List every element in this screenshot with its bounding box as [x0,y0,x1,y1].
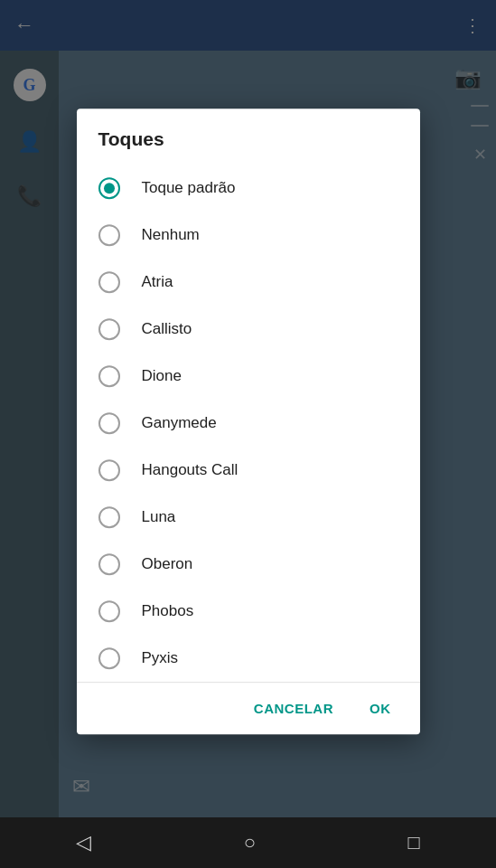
radio-item-ganymede[interactable]: Ganymede [77,400,420,447]
recent-nav-icon[interactable]: □ [407,831,419,854]
home-nav-icon[interactable]: ○ [244,831,256,854]
radio-item-nenhum[interactable]: Nenhum [77,212,420,259]
radio-label-toque-padrao: Toque padrão [142,179,236,197]
radio-label-pyxis: Pyxis [142,649,179,667]
radio-label-dione: Dione [142,367,182,385]
nav-bar: ◁ ○ □ [0,817,496,868]
radio-label-hangouts-call: Hangouts Call [142,461,239,479]
radio-circle-atria [98,271,120,293]
radio-label-ganymede: Ganymede [142,414,217,432]
radio-item-toque-padrao[interactable]: Toque padrão [77,165,420,212]
radio-item-atria[interactable]: Atria [77,259,420,306]
radio-label-luna: Luna [142,508,176,526]
radio-item-pyxis[interactable]: Pyxis [77,635,420,682]
radio-label-atria: Atria [142,273,173,291]
radio-circle-nenhum [98,224,120,246]
ringtone-list: Toque padrãoNenhumAtriaCallistoDioneGany… [77,165,420,682]
ringtone-dialog: Toques Toque padrãoNenhumAtriaCallistoDi… [77,108,420,734]
radio-item-luna[interactable]: Luna [77,494,420,541]
radio-label-phobos: Phobos [142,602,194,620]
radio-label-nenhum: Nenhum [142,226,200,244]
ok-button[interactable]: OK [355,692,406,725]
radio-item-phobos[interactable]: Phobos [77,588,420,635]
radio-circle-luna [98,506,120,528]
radio-circle-oberon [98,553,120,575]
radio-label-callisto: Callisto [142,320,192,338]
dialog-buttons: CANCELAR OK [77,683,420,734]
radio-circle-dione [98,365,120,387]
radio-item-hangouts-call[interactable]: Hangouts Call [77,447,420,494]
radio-item-oberon[interactable]: Oberon [77,541,420,588]
dialog-title: Toques [77,108,420,165]
back-nav-icon[interactable]: ◁ [76,831,91,854]
radio-circle-phobos [98,600,120,622]
radio-circle-pyxis [98,647,120,669]
radio-circle-toque-padrao [98,177,120,199]
radio-circle-callisto [98,318,120,340]
radio-label-oberon: Oberon [142,555,193,573]
radio-item-callisto[interactable]: Callisto [77,306,420,353]
radio-circle-ganymede [98,412,120,434]
radio-item-dione[interactable]: Dione [77,353,420,400]
cancel-button[interactable]: CANCELAR [239,692,348,725]
radio-circle-hangouts-call [98,459,120,481]
